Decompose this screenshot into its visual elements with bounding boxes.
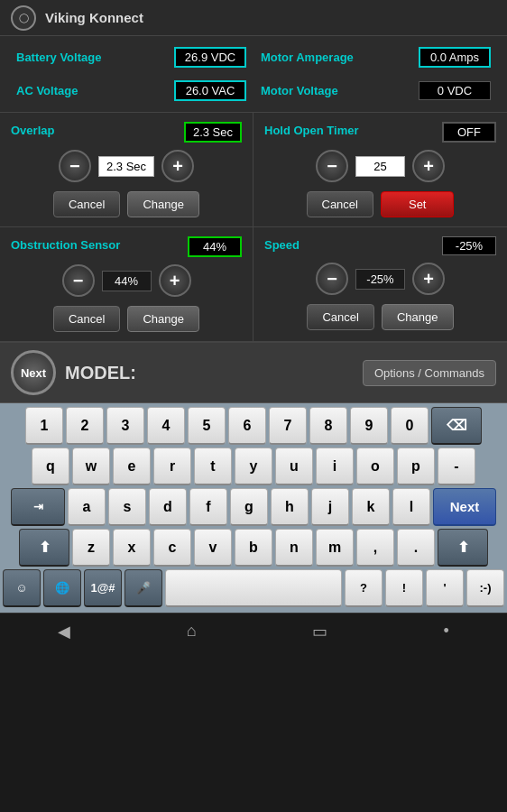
motor-amperage-label: Motor Amperage <box>261 51 354 64</box>
keyboard-row-asdf: ⇥ a s d f g h j k l Next <box>3 488 504 526</box>
ac-voltage-value: 26.0 VAC <box>174 80 246 101</box>
key-q[interactable]: q <box>32 448 69 485</box>
obstruction-stepper: − 44% + <box>11 264 242 297</box>
key-n[interactable]: n <box>275 529 313 567</box>
space-button[interactable] <box>165 569 342 607</box>
emoji-keyboard-button[interactable]: ☺ <box>3 569 41 607</box>
options-commands-button[interactable]: Options / Commands <box>363 360 496 386</box>
hold-open-decrement-button[interactable]: − <box>316 150 348 182</box>
key-r[interactable]: r <box>153 448 191 485</box>
overlap-title: Overlap <box>11 124 54 137</box>
key-comma[interactable]: , <box>356 529 394 567</box>
hold-open-cancel-button[interactable]: Cancel <box>307 191 373 217</box>
key-w[interactable]: w <box>72 448 110 485</box>
overlap-increment-button[interactable]: + <box>161 150 194 182</box>
emoji-face-key[interactable]: :-) <box>466 569 504 607</box>
key-a[interactable]: a <box>68 488 106 526</box>
key-8[interactable]: 8 <box>309 407 347 445</box>
key-d[interactable]: d <box>149 488 187 526</box>
key-o[interactable]: o <box>356 448 394 485</box>
hold-open-set-button[interactable]: Set <box>381 191 455 217</box>
obstruction-header: Obstruction Sensor 44% <box>11 236 242 257</box>
key-f[interactable]: f <box>189 488 227 526</box>
question-key[interactable]: ? <box>345 569 383 607</box>
model-label: MODEL: <box>65 363 136 383</box>
key-2[interactable]: 2 <box>66 407 104 445</box>
mic-button[interactable]: 🎤 <box>124 569 162 607</box>
speed-panel: Speed -25% − -25% + Cancel Change <box>254 227 507 342</box>
obstruction-decrement-button[interactable]: − <box>62 264 95 297</box>
key-m[interactable]: m <box>316 529 354 567</box>
key-e[interactable]: e <box>113 448 151 485</box>
key-i[interactable]: i <box>316 448 354 485</box>
dot-indicator: • <box>443 622 448 641</box>
key-l[interactable]: l <box>392 488 430 526</box>
shift-left-button[interactable]: ⬆ <box>19 529 69 567</box>
obstruction-change-button[interactable]: Change <box>127 306 199 332</box>
apostrophe-key[interactable]: ' <box>426 569 464 607</box>
key-p[interactable]: p <box>397 448 435 485</box>
speed-cancel-button[interactable]: Cancel <box>307 304 373 330</box>
key-y[interactable]: y <box>235 448 272 485</box>
ac-voltage-label: AC Voltage <box>16 84 78 97</box>
key-s[interactable]: s <box>108 488 146 526</box>
app-title: Viking Konnect <box>45 10 143 25</box>
speed-increment-button[interactable]: + <box>412 263 445 295</box>
shift-right-button[interactable]: ⬆ <box>438 529 488 567</box>
overlap-decrement-button[interactable]: − <box>59 150 91 182</box>
key-7[interactable]: 7 <box>269 407 307 445</box>
overlap-stepper: − 2.3 Sec + <box>11 150 242 182</box>
back-button[interactable]: ◀ <box>58 622 70 641</box>
recent-apps-button[interactable]: ▭ <box>312 622 327 641</box>
hold-open-display-value: OFF <box>442 122 496 143</box>
status-area: Battery Voltage 26.9 VDC Motor Amperage … <box>0 36 507 113</box>
key-9[interactable]: 9 <box>350 407 388 445</box>
battery-voltage-label: Battery Voltage <box>16 51 101 64</box>
speed-actions: Cancel Change <box>264 304 496 330</box>
next-button[interactable]: Next <box>11 350 56 395</box>
key-j[interactable]: j <box>311 488 349 526</box>
speed-stepper: − -25% + <box>264 263 496 295</box>
key-k[interactable]: k <box>352 488 390 526</box>
backspace-button[interactable]: ⌫ <box>431 407 482 445</box>
key-0[interactable]: 0 <box>391 407 429 445</box>
key-4[interactable]: 4 <box>147 407 185 445</box>
speed-change-button[interactable]: Change <box>382 304 454 330</box>
key-v[interactable]: v <box>194 529 232 567</box>
obstruction-stepper-value: 44% <box>102 271 152 291</box>
key-dash[interactable]: - <box>438 448 475 485</box>
key-x[interactable]: x <box>113 529 151 567</box>
globe-button[interactable]: 🌐 <box>43 569 81 607</box>
overlap-cancel-button[interactable]: Cancel <box>53 191 120 217</box>
key-g[interactable]: g <box>230 488 268 526</box>
symbol-button[interactable]: 1@# <box>84 569 122 607</box>
title-bar: ◯ Viking Konnect <box>0 0 507 36</box>
key-t[interactable]: t <box>194 448 232 485</box>
key-z[interactable]: z <box>72 529 110 567</box>
overlap-change-button[interactable]: Change <box>127 191 199 217</box>
next-keyboard-button[interactable]: Next <box>433 488 496 526</box>
hold-open-stepper-value: 25 <box>355 156 405 177</box>
key-u[interactable]: u <box>275 448 313 485</box>
key-b[interactable]: b <box>235 529 272 567</box>
tab-key[interactable]: ⇥ <box>11 488 65 526</box>
speed-display-value: -25% <box>442 236 496 255</box>
key-1[interactable]: 1 <box>25 407 63 445</box>
exclamation-key[interactable]: ! <box>385 569 423 607</box>
home-button[interactable]: ⌂ <box>187 622 197 641</box>
key-period[interactable]: . <box>397 529 435 567</box>
hold-open-increment-button[interactable]: + <box>412 150 445 182</box>
key-h[interactable]: h <box>271 488 309 526</box>
obstruction-display-value: 44% <box>188 236 242 257</box>
key-5[interactable]: 5 <box>188 407 226 445</box>
speed-decrement-button[interactable]: − <box>316 263 348 295</box>
keyboard-row-bottom: ☺ 🌐 1@# 🎤 ? ! ' :-) <box>3 569 504 607</box>
key-3[interactable]: 3 <box>106 407 144 445</box>
ac-voltage-row: AC Voltage 26.0 VAC <box>9 77 254 105</box>
key-6[interactable]: 6 <box>228 407 266 445</box>
speed-stepper-value: -25% <box>355 269 405 290</box>
key-c[interactable]: c <box>153 529 191 567</box>
battery-voltage-row: Battery Voltage 26.9 VDC <box>9 43 254 71</box>
obstruction-increment-button[interactable]: + <box>159 264 191 297</box>
obstruction-cancel-button[interactable]: Cancel <box>53 306 120 332</box>
